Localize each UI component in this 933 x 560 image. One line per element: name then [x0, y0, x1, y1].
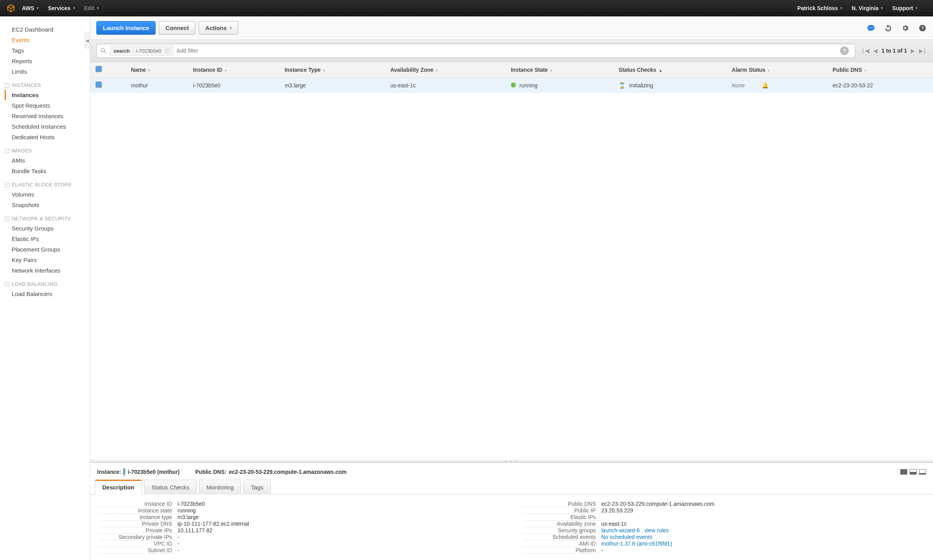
pager-next[interactable]: ▶ — [911, 48, 915, 54]
refresh-icon[interactable] — [884, 24, 892, 32]
support-menu[interactable]: Support▾ — [892, 5, 917, 11]
selection-marker — [123, 468, 125, 475]
nav-reserved-instances[interactable]: Reserved Instances — [5, 111, 90, 121]
sidebar-collapse-handle[interactable]: ◀ — [85, 33, 90, 48]
section-load-balancing[interactable]: −LOAD BALANCING — [5, 276, 90, 289]
desc-key: VPC ID — [99, 541, 177, 547]
region-menu[interactable]: N. Virginia▾ — [851, 5, 883, 11]
nav-bundle-tasks[interactable]: Bundle Tasks — [5, 166, 90, 176]
connect-button[interactable]: Connect — [159, 21, 195, 35]
cell-instance-id: i-7023b5e0 — [188, 78, 279, 93]
desc-val: us-east-1c — [601, 521, 924, 527]
nav-snapshots[interactable]: Snapshots — [5, 200, 90, 210]
section-images[interactable]: −IMAGES — [5, 142, 90, 155]
edit-menu[interactable]: Edit▾ — [84, 5, 99, 11]
nav-limits[interactable]: Limits — [5, 66, 90, 77]
detail-tabs: DescriptionStatus ChecksMonitoringTags — [90, 479, 933, 494]
desc-row: Private IPs10.111.177.82 — [99, 527, 500, 534]
nav-key-pairs[interactable]: Key Pairs — [5, 255, 90, 265]
col-instance-id[interactable]: Instance ID▾ — [188, 62, 279, 78]
pager-last[interactable]: ▶│ — [919, 48, 927, 54]
col-public-dns[interactable]: Public DNS▾ — [827, 62, 933, 78]
desc-key: Private DNS — [99, 521, 177, 527]
services-menu[interactable]: Services▾ — [48, 5, 75, 11]
action-bar: Launch Instance Connect Actions▾ ? — [90, 16, 933, 40]
settings-gear-icon[interactable] — [901, 24, 910, 32]
filter-input[interactable] — [177, 48, 841, 54]
tab-status-checks[interactable]: Status Checks — [144, 480, 197, 494]
nav-network-interfaces[interactable]: Network Interfaces — [5, 265, 90, 276]
desc-key: Scheduled events — [523, 534, 601, 541]
layout-full-icon[interactable] — [900, 469, 907, 475]
nav-ec2-dashboard[interactable]: EC2 Dashboard — [5, 24, 90, 35]
desc-val: mothur-1.37.6 (ami-c61f9fd1) — [601, 541, 924, 547]
cell-instance-type: m3.large — [279, 78, 385, 93]
desc-key: Secondary private IPs — [99, 534, 177, 541]
alarm-bell-icon[interactable]: 🔔 — [762, 82, 768, 89]
desc-val: ec2-23-20-53-229.compute-1.amazonaws.com — [601, 501, 924, 507]
help-icon[interactable]: ? — [918, 24, 927, 32]
col-alarm-status[interactable]: Alarm Status▾ — [726, 62, 827, 78]
svg-point-5 — [101, 48, 105, 52]
nav-spot-requests[interactable]: Spot Requests — [5, 100, 90, 111]
detail-link[interactable]: No scheduled events — [601, 534, 653, 540]
svg-text:?: ? — [921, 25, 924, 30]
pager-prev[interactable]: ◀ — [873, 48, 878, 54]
col-instance-state[interactable]: Instance State▾ — [506, 62, 613, 78]
pager: │◀ ◀ 1 to 1 of 1 ▶ ▶│ — [862, 48, 927, 54]
nav-events[interactable]: Events — [5, 35, 90, 45]
tab-description[interactable]: Description — [95, 480, 142, 494]
detail-pane: Instance: i-7023b5e0 (mothur) Public DNS… — [90, 463, 933, 560]
desc-row: Instance IDi-7023b5e0 — [99, 501, 500, 507]
detail-link[interactable]: launch-wizard-6 . view rules — [601, 527, 669, 533]
col-name[interactable]: Name▾ — [126, 62, 188, 78]
left-sidebar: ◀ EC2 DashboardEventsTagsReportsLimits −… — [0, 16, 90, 560]
desc-row: Instance staterunning — [99, 507, 500, 514]
tab-tags[interactable]: Tags — [243, 480, 271, 494]
feedback-icon[interactable] — [867, 24, 875, 32]
pager-first[interactable]: │◀ — [862, 48, 869, 54]
tab-monitoring[interactable]: Monitoring — [199, 480, 241, 494]
detail-link[interactable]: mothur-1.37.6 (ami-c61f9fd1) — [601, 541, 672, 547]
col-instance-type[interactable]: Instance Type▾ — [279, 62, 385, 78]
row-checkbox[interactable] — [96, 82, 102, 88]
nav-elastic-ips[interactable]: Elastic IPs — [5, 234, 90, 244]
desc-key: Availability zone — [523, 521, 601, 527]
desc-val: ip-10-111-177-82.ec2.internal — [177, 521, 500, 527]
desc-row: Scheduled eventsNo scheduled events — [523, 534, 924, 541]
section-instances[interactable]: −INSTANCES — [5, 77, 90, 90]
desc-key: Private IPs — [99, 527, 177, 534]
svg-point-2 — [872, 27, 873, 28]
desc-val: launch-wizard-6 . view rules — [601, 527, 924, 533]
filter-tag[interactable]: search : i-7023b5e0 ⓧ — [110, 46, 174, 56]
nav-volumes[interactable]: Volumes — [5, 189, 90, 200]
svg-point-1 — [871, 27, 871, 28]
filter-box[interactable]: search : i-7023b5e0 ⓧ ? — [96, 44, 855, 58]
desc-key: Public DNS — [523, 501, 601, 507]
nav-security-groups[interactable]: Security Groups — [5, 223, 90, 234]
nav-dedicated-hosts[interactable]: Dedicated Hosts — [5, 132, 90, 142]
nav-tags[interactable]: Tags — [5, 45, 90, 56]
col-status-checks[interactable]: Status Checks▲ — [613, 62, 726, 78]
layout-bottom-icon[interactable] — [919, 469, 926, 475]
nav-placement-groups[interactable]: Placement Groups — [5, 244, 90, 255]
aws-menu[interactable]: AWS▾ — [22, 5, 39, 11]
filter-help-icon[interactable]: ? — [840, 46, 849, 55]
table-row[interactable]: mothuri-7023b5e0m3.largeus-east-1crunnin… — [90, 78, 933, 93]
nav-load-balancers[interactable]: Load Balancers — [5, 289, 90, 299]
remove-filter-icon[interactable]: ⓧ — [165, 47, 170, 54]
user-menu[interactable]: Patrick Schloss▾ — [797, 5, 842, 11]
nav-reports[interactable]: Reports — [5, 56, 90, 66]
section-elastic-block-store[interactable]: −ELASTIC BLOCK STORE — [5, 176, 90, 189]
section-network-security[interactable]: −NETWORK & SECURITY — [5, 210, 90, 223]
pager-text: 1 to 1 of 1 — [882, 48, 907, 54]
layout-split-icon[interactable] — [910, 469, 917, 475]
nav-scheduled-instances[interactable]: Scheduled Instances — [5, 121, 90, 132]
nav-amis[interactable]: AMIs — [5, 155, 90, 166]
select-all-checkbox[interactable] — [96, 66, 102, 72]
cell-state: running — [506, 78, 613, 93]
actions-menu-button[interactable]: Actions▾ — [199, 21, 238, 35]
nav-instances[interactable]: Instances — [5, 90, 90, 100]
launch-instance-button[interactable]: Launch Instance — [96, 21, 156, 35]
col-availability-zone[interactable]: Availability Zone▾ — [385, 62, 506, 78]
